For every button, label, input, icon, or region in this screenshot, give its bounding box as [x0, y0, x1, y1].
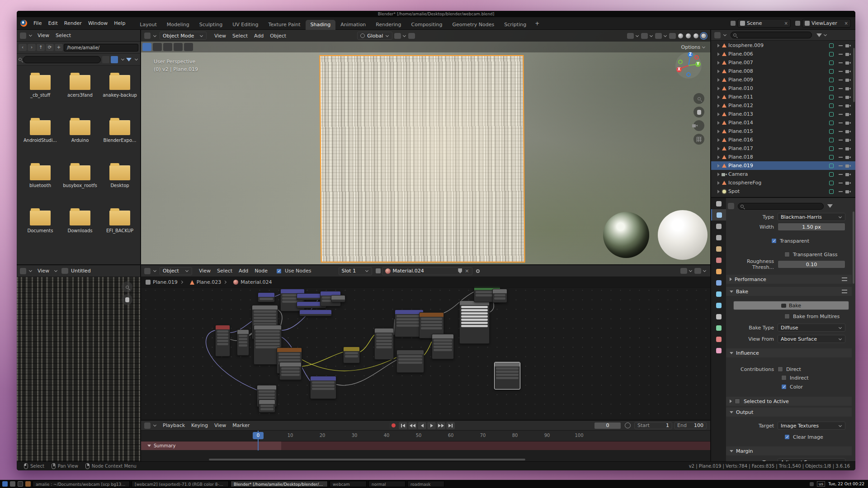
menu-render[interactable]: Render	[61, 20, 85, 26]
roughness-threshold-slider[interactable]: 0.10	[778, 260, 845, 268]
outliner-search-input[interactable]	[731, 32, 812, 38]
material-browse-icon[interactable]	[376, 268, 381, 273]
menu-window[interactable]: Window	[85, 20, 111, 26]
outliner-editor-icon[interactable]	[714, 32, 721, 38]
folder-arduino[interactable]: Arduino	[60, 120, 100, 143]
transparent-glass-checkbox[interactable]	[784, 252, 790, 257]
camera-toggle-icon[interactable]	[845, 112, 851, 117]
shader-type-dropdown[interactable]: Object	[160, 267, 192, 275]
image-browse-icon[interactable]	[61, 268, 68, 274]
jump-to-end-button[interactable]	[446, 422, 455, 429]
image-editor-icon[interactable]	[20, 268, 26, 274]
shader-node-25[interactable]	[494, 362, 520, 389]
camera-toggle-icon[interactable]	[845, 172, 851, 177]
hide-toggle-icon[interactable]	[839, 165, 843, 166]
output-section[interactable]: Output	[726, 408, 852, 417]
gizmo-neg-y-dot[interactable]	[678, 60, 683, 64]
mode-dropdown[interactable]: Object Mode	[160, 32, 207, 40]
menu-marker[interactable]: Marker	[229, 422, 253, 428]
camera-toggle-icon[interactable]	[845, 86, 851, 91]
menu-view[interactable]: View	[196, 268, 214, 274]
shader-node-0[interactable]	[258, 292, 275, 302]
shader-node-16[interactable]	[343, 347, 360, 363]
hide-toggle-icon[interactable]	[839, 140, 843, 141]
viewport-editor-icon[interactable]	[144, 33, 151, 39]
folder-cb-stuff[interactable]: _cb_stuff	[20, 75, 60, 98]
workspace-tab-compositing[interactable]: Compositing	[406, 20, 448, 30]
object-visibility-icon[interactable]	[627, 33, 634, 39]
disclosure-icon[interactable]	[717, 104, 720, 108]
launcher-browser-icon[interactable]	[25, 481, 31, 487]
display-mode-chevron-icon[interactable]	[121, 57, 124, 61]
workspace-tab-shading[interactable]: Shading	[306, 20, 336, 30]
tool-tweak-icon[interactable]	[142, 43, 151, 51]
pan-button[interactable]	[693, 107, 704, 117]
shader-node-13[interactable]	[310, 376, 336, 399]
outliner-item-plane-019[interactable]: Plane.019	[711, 161, 855, 170]
tool-transform-icon[interactable]	[184, 43, 193, 51]
workspace-tab-animation[interactable]: Animation	[335, 20, 371, 30]
camera-toggle-icon[interactable]	[845, 189, 851, 194]
outliner-item-plane-008[interactable]: Plane.008	[711, 67, 855, 75]
clock-icon[interactable]	[625, 422, 631, 428]
up-button[interactable]: ↑	[37, 44, 45, 51]
image-pan-button[interactable]	[122, 294, 132, 305]
end-frame-field[interactable]: End 100	[674, 422, 707, 429]
shader-editor-icon[interactable]	[144, 268, 151, 274]
direct-checkbox[interactable]	[778, 366, 783, 372]
hide-toggle-icon[interactable]	[839, 80, 843, 80]
use-nodes-checkbox[interactable]	[276, 268, 282, 274]
workspace-tab-uv-editing[interactable]: UV Editing	[227, 20, 263, 30]
slot-dropdown[interactable]: Slot 1	[339, 267, 372, 275]
scene-selector[interactable]: Scene ×	[737, 19, 791, 28]
properties-tab-modifiers[interactable]	[711, 277, 726, 288]
filter-chevron-icon[interactable]	[135, 57, 138, 61]
disclosure-icon[interactable]	[717, 52, 720, 56]
chrome-sphere-object[interactable]	[603, 212, 649, 258]
bake-from-multires-checkbox[interactable]	[784, 314, 790, 319]
breadcrumb-item[interactable]: Plane.019	[153, 279, 178, 285]
properties-filter-icon[interactable]	[827, 204, 833, 208]
outliner-item-plane-007[interactable]: Plane.007	[711, 58, 855, 67]
next-keyframe-button[interactable]	[437, 422, 445, 429]
auto-key-button[interactable]	[389, 422, 398, 429]
previous-keyframe-button[interactable]	[408, 422, 417, 429]
hide-toggle-icon[interactable]	[839, 191, 843, 192]
display-list-button[interactable]	[102, 56, 109, 63]
disclosure-icon[interactable]	[717, 95, 720, 99]
shader-node-4[interactable]	[299, 310, 332, 316]
menu-keying[interactable]: Keying	[188, 422, 211, 428]
playhead-chip[interactable]: 0	[253, 432, 264, 439]
menu-node[interactable]: Node	[251, 268, 271, 274]
folder-bluetooth[interactable]: bluetooth	[20, 165, 60, 188]
menu-add[interactable]: Add	[251, 33, 267, 39]
workspace-tab-rendering[interactable]: Rendering	[371, 20, 406, 30]
viewlayer-browse-icon[interactable]	[795, 21, 800, 26]
properties-tab-tool[interactable]	[711, 198, 726, 209]
node-canvas[interactable]	[141, 276, 710, 420]
bake-type-dropdown[interactable]: Diffuse	[778, 324, 845, 332]
properties-tab-texture[interactable]	[711, 345, 726, 356]
taskbar-window-0[interactable]: amalie : ~/Documents/webcam [scp bg13.pn…	[33, 481, 130, 487]
timeline-scrollbar[interactable]	[209, 459, 525, 460]
menu-file[interactable]: File	[30, 20, 45, 26]
disclosure-icon[interactable]	[717, 155, 720, 159]
navigation-gizmo[interactable]: Z Y X	[675, 52, 702, 79]
taskbar-window-2[interactable]: Blender* [/home/amalie/Desktop/blender/w…	[231, 481, 328, 487]
options-label[interactable]: Options	[681, 44, 700, 50]
gizmo-neg-x-dot[interactable]	[694, 55, 699, 60]
properties-scrollbar[interactable]	[853, 211, 854, 284]
outliner-item-icospherefog[interactable]: IcosphereFog	[711, 178, 855, 187]
gizmo-neg-z-dot[interactable]	[686, 72, 691, 77]
menu-view[interactable]: View	[34, 33, 52, 38]
shader-node-8[interactable]	[215, 325, 230, 357]
shader-node-15[interactable]	[259, 399, 275, 413]
image-zoom-button[interactable]	[122, 282, 132, 292]
snap-magnet-icon[interactable]	[394, 33, 401, 39]
hide-toggle-icon[interactable]	[839, 131, 843, 132]
menu-view[interactable]: View	[34, 268, 52, 274]
image-canvas[interactable]	[17, 277, 140, 461]
shading-rendered-icon[interactable]	[701, 33, 707, 39]
outliner-item-plane-014[interactable]: Plane.014	[711, 118, 855, 127]
material-unlink-icon[interactable]: ×	[465, 268, 469, 274]
